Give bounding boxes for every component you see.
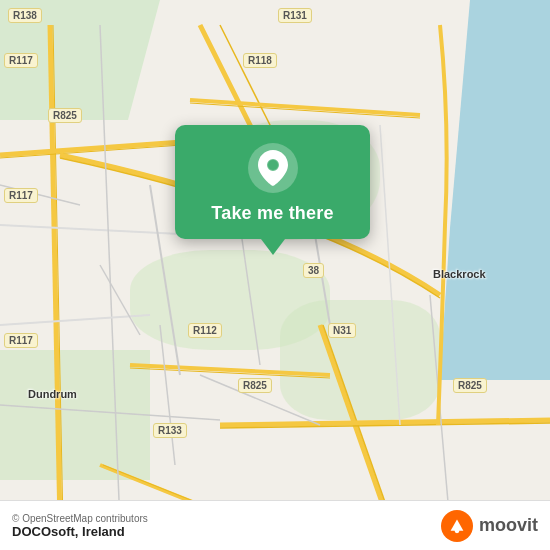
app-name: DOCOsoft, Ireland	[12, 524, 148, 539]
road-label-r138: R138	[8, 8, 42, 23]
road-label-r825b: R825	[238, 378, 272, 393]
road-label-r118: R118	[243, 53, 277, 68]
svg-line-23	[240, 225, 260, 365]
place-label-dundrum: Dundrum	[28, 388, 77, 400]
svg-line-7	[190, 103, 420, 118]
moovit-text: moovit	[479, 515, 538, 536]
road-label-r825a: R825	[48, 108, 82, 123]
bottom-bar: © OpenStreetMap contributors DOCOsoft, I…	[0, 500, 550, 550]
road-label-r38: 38	[303, 263, 324, 278]
road-label-r112: R112	[188, 323, 222, 338]
road-label-n31: N31	[328, 323, 356, 338]
svg-line-22	[0, 405, 220, 420]
popup-icon-circle	[248, 143, 298, 193]
road-label-r117a: R117	[4, 53, 38, 68]
moovit-logo: moovit	[441, 510, 538, 542]
place-label-blackrock: Blackrock	[433, 268, 486, 280]
copyright-text: © OpenStreetMap contributors	[12, 513, 148, 524]
map-container: R138 R131 R117 R118 R825 R117 R117 R112 …	[0, 0, 550, 550]
svg-line-18	[0, 315, 150, 325]
popup-label: Take me there	[211, 203, 333, 224]
location-pin-icon	[258, 150, 288, 186]
svg-line-6	[190, 100, 420, 115]
popup-card[interactable]: Take me there	[175, 125, 370, 239]
svg-line-28	[100, 265, 140, 335]
svg-point-31	[455, 528, 460, 533]
bottom-left-info: © OpenStreetMap contributors DOCOsoft, I…	[12, 513, 148, 539]
road-label-r117c: R117	[4, 333, 38, 348]
svg-line-21	[380, 125, 400, 425]
road-label-r131: R131	[278, 8, 312, 23]
road-label-r117b: R117	[4, 188, 38, 203]
svg-point-29	[268, 160, 278, 170]
svg-line-17	[100, 25, 120, 525]
road-label-r825c: R825	[453, 378, 487, 393]
road-label-r133: R133	[153, 423, 187, 438]
moovit-icon	[441, 510, 473, 542]
svg-line-16	[0, 225, 200, 235]
svg-line-27	[160, 325, 175, 465]
